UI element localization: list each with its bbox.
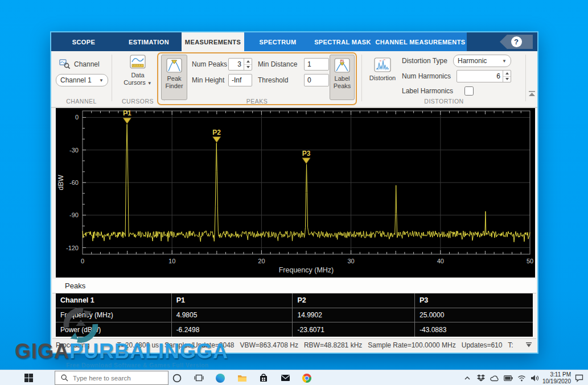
spinner-down-icon[interactable] [244,65,252,71]
chrome-button[interactable] [299,370,314,385]
chevron-down-icon: ▼ [96,78,104,83]
task-view-icon [194,374,204,382]
spinner-arrows[interactable] [244,59,252,70]
cortana-button[interactable] [170,370,184,385]
peaks-group-label: PEAKS [157,98,357,105]
svg-text:P1: P1 [340,59,344,63]
peaks-table: Channel 1P1P2P3Frequency (MHz)4.980514.9… [56,293,533,337]
spectrum-plot-svg: 010203040500-30-60-90-120Frequency (MHz)… [56,108,535,278]
tab-estimation[interactable]: ESTIMATION [116,32,182,51]
mail-button[interactable] [278,370,293,385]
min-height-field[interactable] [229,74,252,86]
cortana-icon [172,374,182,383]
battery-icon [504,375,513,381]
group-separator [361,55,362,101]
num-harmonics-input[interactable] [457,71,503,82]
label-harmonics-checkbox[interactable] [464,86,474,96]
chevron-down-icon: ▼ [499,59,507,64]
data-cursors-icon [129,55,147,69]
task-view-button[interactable] [191,370,206,385]
distortion-type-select[interactable]: Harmonic ▼ [453,55,511,67]
onedrive-tray-button[interactable] [488,370,501,385]
peak-label-p2: P2 [212,129,221,136]
spectrum-plot[interactable]: 010203040500-30-60-90-120Frequency (MHz)… [56,108,535,278]
spinner-arrows[interactable] [503,71,511,82]
action-center-icon [575,374,583,382]
label-peaks-label-line2: Peaks [334,82,351,90]
data-cursors-button[interactable]: Data Cursors ▼ [112,55,164,87]
watermark-tagline: Free Download Software & Games Full Vers… [66,362,209,369]
tab-spectrum[interactable]: SPECTRUM [244,32,311,51]
collapse-toolstrip-button[interactable] [528,89,536,99]
threshold-field[interactable] [305,74,328,86]
channel-group-label: CHANNEL [51,98,112,105]
tray-expand-button[interactable] [461,370,474,385]
spinner-up-icon[interactable] [503,71,511,77]
peaks-table-value-cell: -23.6071 [293,322,415,337]
tab-channel-measurements[interactable]: CHANNEL MEASUREMENTS [374,32,467,51]
peaks-table-value-cell: -43.0883 [415,322,533,337]
num-harmonics-stepper[interactable] [457,70,511,82]
svg-text:dBW: dBW [57,175,65,190]
desktop: { "app_window": { "tab_bar": { "tabs": [… [0,0,588,385]
taskbar-search[interactable] [55,371,168,385]
peak-label-p1: P1 [123,109,131,117]
taskbar: 3:11 PM 10/19/2020 [0,370,588,385]
store-button[interactable] [256,370,271,385]
tab-measurements[interactable]: MEASUREMENTS [182,32,244,51]
spinner-up-icon[interactable] [244,59,252,65]
data-cursors-label-line1: Data [131,72,144,78]
peak-finder-button[interactable]: Peak Finder [161,55,187,100]
peak-marker-p2[interactable] [213,137,221,143]
svg-text:20: 20 [258,258,265,264]
label-peaks-icon: P1 [334,58,350,73]
svg-text:30: 30 [347,258,354,264]
watermark-brand: GIGAPURBALINGGA [15,340,228,363]
file-explorer-icon [237,374,247,382]
channel-button[interactable]: Channel [59,58,100,71]
distortion-group-label: DISTORTION [370,98,518,105]
num-peaks-label: Num Peaks [192,58,227,71]
peak-marker-p3[interactable] [302,158,310,164]
min-distance-field[interactable] [305,59,328,70]
spinner-down-icon[interactable] [503,77,511,82]
label-harmonics-label: Label Harmonics [402,85,453,97]
search-input[interactable] [73,375,158,382]
num-peaks-stepper[interactable] [228,58,252,71]
tab-bar-filler: ? [467,32,537,51]
peaks-table-header-cell: P3 [415,293,533,308]
taskbar-clock[interactable]: 3:11 PM 10/19/2020 [542,371,571,384]
min-distance-label: Min Distance [258,58,297,71]
tab-list: SCOPEESTIMATIONMEASUREMENTSSPECTRUMSPECT… [51,32,467,51]
label-peaks-label-line1: Label [335,75,350,82]
peak-finder-icon [166,58,182,73]
battery-tray-button[interactable] [502,370,515,385]
help-button[interactable]: ? [500,35,533,49]
dropbox-tray-button[interactable] [475,370,487,385]
volume-tray-button[interactable] [528,370,542,385]
label-peaks-button[interactable]: P1 Label Peaks [330,55,355,100]
svg-text:-120: -120 [66,245,79,251]
num-peaks-input[interactable] [229,59,244,70]
mail-icon [281,374,290,382]
action-center-button[interactable] [572,370,586,385]
distortion-icon [374,57,391,72]
edge-button[interactable] [213,370,228,385]
channel-select[interactable]: Channel 1 ▼ [56,74,108,86]
tab-scope[interactable]: SCOPE [51,32,116,51]
peaks-table-value-cell: 14.9902 [293,308,415,322]
network-tray-button[interactable] [515,370,528,385]
tab-spectral-mask[interactable]: SPECTRAL MASK [311,32,374,51]
peaks-table-header-cell: P2 [293,293,415,308]
start-button[interactable] [20,370,36,385]
peak-marker-p1[interactable] [123,118,131,123]
peaks-table-header-cell: P1 [172,293,293,308]
dock-icon[interactable] [525,342,533,349]
help-icon: ? [511,36,522,47]
file-explorer-button[interactable] [235,370,249,385]
clock-time: 3:11 PM [542,371,571,378]
distortion-button[interactable]: Distortion [366,55,399,100]
peaks-panel-header: Peaks [52,279,536,293]
min-height-label: Min Height [192,74,224,86]
wifi-icon [517,375,526,382]
